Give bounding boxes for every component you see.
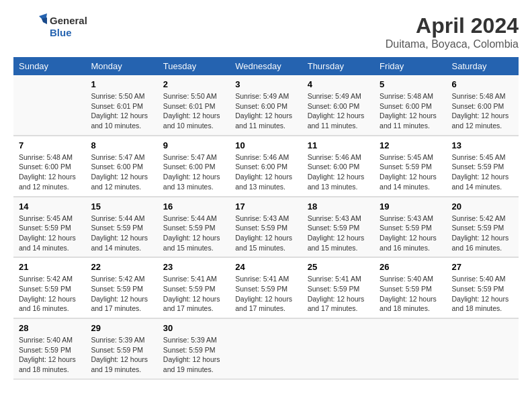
calendar-cell: 5Sunrise: 5:48 AMSunset: 6:00 PMDaylight…: [374, 75, 446, 136]
day-number: 5: [380, 79, 441, 89]
day-number: 4: [308, 79, 369, 89]
calendar-cell: 9Sunrise: 5:47 AMSunset: 6:00 PMDaylight…: [158, 136, 230, 197]
logo-line2: Blue: [50, 27, 87, 39]
day-sun-info: Sunrise: 5:48 AMSunset: 6:00 PMDaylight:…: [452, 91, 513, 131]
day-sun-info: Sunrise: 5:45 AMSunset: 5:59 PMDaylight:…: [19, 214, 80, 253]
logo-line1: General: [50, 15, 87, 27]
weekday-header-thursday: Thursday: [302, 57, 374, 75]
day-number: 29: [91, 323, 152, 333]
day-sun-info: Sunrise: 5:48 AMSunset: 6:00 PMDaylight:…: [19, 152, 80, 192]
day-number: 3: [235, 79, 296, 89]
calendar-week-3: 14Sunrise: 5:45 AMSunset: 5:59 PMDayligh…: [13, 197, 519, 258]
day-number: 23: [163, 262, 224, 272]
calendar-cell: 8Sunrise: 5:47 AMSunset: 6:00 PMDaylight…: [85, 136, 157, 197]
calendar-cell: 19Sunrise: 5:43 AMSunset: 5:59 PMDayligh…: [374, 197, 446, 258]
title-block: April 2024 Duitama, Boyaca, Colombia: [386, 13, 519, 50]
day-sun-info: Sunrise: 5:42 AMSunset: 5:59 PMDaylight:…: [91, 274, 152, 314]
calendar-cell: 6Sunrise: 5:48 AMSunset: 6:00 PMDaylight…: [447, 75, 519, 136]
logo: General Blue: [13, 13, 87, 40]
logo-container: General Blue: [13, 13, 87, 40]
calendar-cell: 25Sunrise: 5:41 AMSunset: 5:59 PMDayligh…: [302, 257, 374, 318]
calendar-cell: [447, 318, 519, 379]
day-sun-info: Sunrise: 5:41 AMSunset: 5:59 PMDaylight:…: [163, 274, 224, 314]
day-number: 15: [91, 201, 152, 212]
weekday-header-friday: Friday: [374, 57, 446, 75]
day-number: 22: [91, 262, 152, 272]
calendar-week-1: 1Sunrise: 5:50 AMSunset: 6:01 PMDaylight…: [13, 75, 519, 136]
day-number: 6: [452, 79, 513, 89]
calendar-cell: 16Sunrise: 5:44 AMSunset: 5:59 PMDayligh…: [158, 197, 230, 258]
weekday-header-row: SundayMondayTuesdayWednesdayThursdayFrid…: [13, 57, 519, 75]
logo-text: General Blue: [50, 15, 87, 39]
day-number: 7: [19, 140, 80, 150]
weekday-header-monday: Monday: [85, 57, 157, 75]
calendar-cell: 7Sunrise: 5:48 AMSunset: 6:00 PMDaylight…: [13, 136, 85, 197]
weekday-header-saturday: Saturday: [447, 57, 519, 75]
calendar-cell: 1Sunrise: 5:50 AMSunset: 6:01 PMDaylight…: [85, 75, 157, 136]
weekday-header-tuesday: Tuesday: [158, 57, 230, 75]
day-number: 16: [163, 201, 224, 212]
location-subtitle: Duitama, Boyaca, Colombia: [386, 38, 519, 50]
day-number: 11: [308, 140, 369, 150]
day-number: 8: [91, 140, 152, 150]
calendar-cell: 17Sunrise: 5:43 AMSunset: 5:59 PMDayligh…: [230, 197, 302, 258]
day-number: 26: [380, 262, 441, 272]
day-number: 28: [19, 323, 80, 333]
day-sun-info: Sunrise: 5:46 AMSunset: 6:00 PMDaylight:…: [308, 152, 369, 192]
weekday-header-sunday: Sunday: [13, 57, 85, 75]
calendar-cell: 2Sunrise: 5:50 AMSunset: 6:01 PMDaylight…: [158, 75, 230, 136]
day-sun-info: Sunrise: 5:43 AMSunset: 5:59 PMDaylight:…: [235, 214, 296, 253]
day-number: 20: [452, 201, 513, 212]
calendar-cell: 24Sunrise: 5:41 AMSunset: 5:59 PMDayligh…: [230, 257, 302, 318]
day-number: 9: [163, 140, 224, 150]
day-sun-info: Sunrise: 5:40 AMSunset: 5:59 PMDaylight:…: [452, 274, 513, 314]
calendar-cell: 27Sunrise: 5:40 AMSunset: 5:59 PMDayligh…: [447, 257, 519, 318]
day-sun-info: Sunrise: 5:48 AMSunset: 6:00 PMDaylight:…: [380, 91, 441, 131]
day-sun-info: Sunrise: 5:49 AMSunset: 6:00 PMDaylight:…: [308, 91, 369, 131]
day-sun-info: Sunrise: 5:49 AMSunset: 6:00 PMDaylight:…: [235, 91, 296, 131]
day-sun-info: Sunrise: 5:50 AMSunset: 6:01 PMDaylight:…: [163, 91, 224, 131]
day-number: 17: [235, 201, 296, 212]
day-number: 12: [380, 140, 441, 150]
day-sun-info: Sunrise: 5:41 AMSunset: 5:59 PMDaylight:…: [235, 274, 296, 314]
day-number: 2: [163, 79, 224, 89]
logo-bird-icon: [13, 13, 47, 40]
day-sun-info: Sunrise: 5:47 AMSunset: 6:00 PMDaylight:…: [163, 152, 224, 192]
day-sun-info: Sunrise: 5:46 AMSunset: 6:00 PMDaylight:…: [235, 152, 296, 192]
day-sun-info: Sunrise: 5:41 AMSunset: 5:59 PMDaylight:…: [308, 274, 369, 314]
calendar-week-2: 7Sunrise: 5:48 AMSunset: 6:00 PMDaylight…: [13, 136, 519, 197]
calendar-cell: [374, 318, 446, 379]
calendar-cell: 4Sunrise: 5:49 AMSunset: 6:00 PMDaylight…: [302, 75, 374, 136]
calendar-cell: 26Sunrise: 5:40 AMSunset: 5:59 PMDayligh…: [374, 257, 446, 318]
day-sun-info: Sunrise: 5:39 AMSunset: 5:59 PMDaylight:…: [163, 335, 224, 375]
day-sun-info: Sunrise: 5:45 AMSunset: 5:59 PMDaylight:…: [380, 152, 441, 192]
calendar-week-4: 21Sunrise: 5:42 AMSunset: 5:59 PMDayligh…: [13, 257, 519, 318]
day-number: 27: [452, 262, 513, 272]
weekday-header-wednesday: Wednesday: [230, 57, 302, 75]
calendar-cell: 20Sunrise: 5:42 AMSunset: 5:59 PMDayligh…: [447, 197, 519, 258]
day-number: 13: [452, 140, 513, 150]
calendar-cell: 29Sunrise: 5:39 AMSunset: 5:59 PMDayligh…: [85, 318, 157, 379]
day-number: 24: [235, 262, 296, 272]
day-number: 21: [19, 262, 80, 272]
day-sun-info: Sunrise: 5:43 AMSunset: 5:59 PMDaylight:…: [380, 214, 441, 253]
day-sun-info: Sunrise: 5:40 AMSunset: 5:59 PMDaylight:…: [19, 335, 80, 375]
calendar-table: SundayMondayTuesdayWednesdayThursdayFrid…: [13, 57, 519, 379]
day-sun-info: Sunrise: 5:50 AMSunset: 6:01 PMDaylight:…: [91, 91, 152, 131]
calendar-cell: 21Sunrise: 5:42 AMSunset: 5:59 PMDayligh…: [13, 257, 85, 318]
day-sun-info: Sunrise: 5:42 AMSunset: 5:59 PMDaylight:…: [19, 274, 80, 314]
calendar-cell: 30Sunrise: 5:39 AMSunset: 5:59 PMDayligh…: [158, 318, 230, 379]
calendar-cell: 15Sunrise: 5:44 AMSunset: 5:59 PMDayligh…: [85, 197, 157, 258]
month-year-title: April 2024: [386, 13, 519, 38]
day-number: 19: [380, 201, 441, 212]
day-sun-info: Sunrise: 5:45 AMSunset: 5:59 PMDaylight:…: [452, 152, 513, 192]
calendar-cell: 10Sunrise: 5:46 AMSunset: 6:00 PMDayligh…: [230, 136, 302, 197]
day-number: 1: [91, 79, 152, 89]
page-header: General Blue April 2024 Duitama, Boyaca,…: [13, 13, 519, 50]
day-sun-info: Sunrise: 5:43 AMSunset: 5:59 PMDaylight:…: [308, 214, 369, 253]
day-sun-info: Sunrise: 5:44 AMSunset: 5:59 PMDaylight:…: [91, 214, 152, 253]
calendar-cell: [302, 318, 374, 379]
day-sun-info: Sunrise: 5:40 AMSunset: 5:59 PMDaylight:…: [380, 274, 441, 314]
day-sun-info: Sunrise: 5:44 AMSunset: 5:59 PMDaylight:…: [163, 214, 224, 253]
calendar-cell: 13Sunrise: 5:45 AMSunset: 5:59 PMDayligh…: [447, 136, 519, 197]
